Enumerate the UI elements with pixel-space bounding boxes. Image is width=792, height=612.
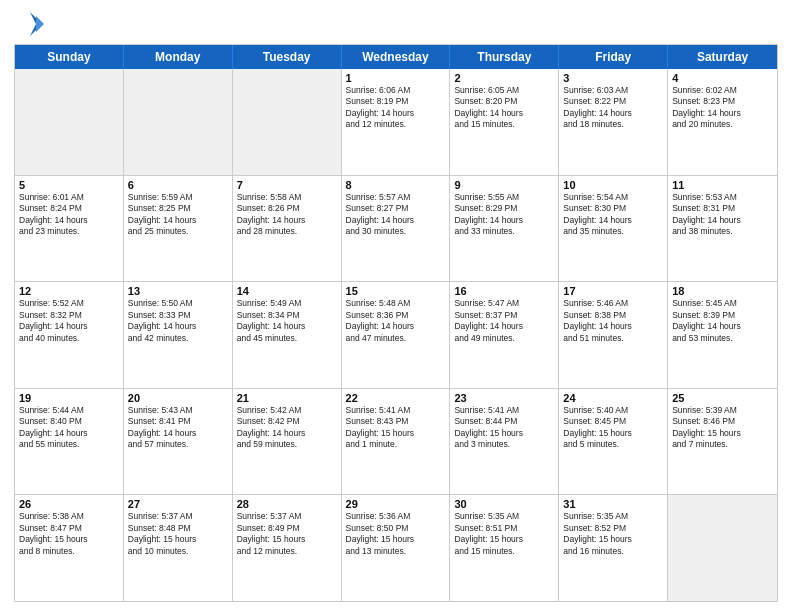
calendar-cell-day-10: 10Sunrise: 5:54 AMSunset: 8:30 PMDayligh… xyxy=(559,176,668,282)
cell-line: Sunrise: 5:37 AM xyxy=(128,511,228,522)
day-number: 25 xyxy=(672,392,773,404)
cell-line: and 51 minutes. xyxy=(563,333,663,344)
cell-line: Daylight: 15 hours xyxy=(454,428,554,439)
cell-line: and 30 minutes. xyxy=(346,226,446,237)
cell-line: Daylight: 14 hours xyxy=(563,108,663,119)
cell-line: Sunset: 8:47 PM xyxy=(19,523,119,534)
page: General Blue SundayMondayTuesdayWednesda… xyxy=(0,0,792,612)
day-number: 15 xyxy=(346,285,446,297)
cell-line: Daylight: 15 hours xyxy=(237,534,337,545)
calendar-body: 1Sunrise: 6:06 AMSunset: 8:19 PMDaylight… xyxy=(15,69,777,601)
cell-line: Sunrise: 5:41 AM xyxy=(346,405,446,416)
cell-line: and 12 minutes. xyxy=(346,119,446,130)
cell-line: Daylight: 15 hours xyxy=(672,428,773,439)
cell-line: Daylight: 14 hours xyxy=(128,321,228,332)
cell-line: and 12 minutes. xyxy=(237,546,337,557)
day-number: 2 xyxy=(454,72,554,84)
calendar-cell-day-18: 18Sunrise: 5:45 AMSunset: 8:39 PMDayligh… xyxy=(668,282,777,388)
cell-line: Sunrise: 5:50 AM xyxy=(128,298,228,309)
cell-line: Sunset: 8:51 PM xyxy=(454,523,554,534)
day-number: 18 xyxy=(672,285,773,297)
cell-line: Sunset: 8:23 PM xyxy=(672,96,773,107)
calendar-header-sunday: Sunday xyxy=(15,45,124,69)
calendar-cell-day-27: 27Sunrise: 5:37 AMSunset: 8:48 PMDayligh… xyxy=(124,495,233,601)
cell-line: Sunrise: 6:01 AM xyxy=(19,192,119,203)
cell-line: and 16 minutes. xyxy=(563,546,663,557)
day-number: 23 xyxy=(454,392,554,404)
cell-line: Sunset: 8:29 PM xyxy=(454,203,554,214)
calendar-week-4: 19Sunrise: 5:44 AMSunset: 8:40 PMDayligh… xyxy=(15,389,777,496)
cell-line: Sunset: 8:42 PM xyxy=(237,416,337,427)
calendar-cell-empty xyxy=(668,495,777,601)
cell-line: and 10 minutes. xyxy=(128,546,228,557)
cell-line: Daylight: 15 hours xyxy=(454,534,554,545)
cell-line: and 59 minutes. xyxy=(237,439,337,450)
calendar-cell-day-21: 21Sunrise: 5:42 AMSunset: 8:42 PMDayligh… xyxy=(233,389,342,495)
cell-line: Sunset: 8:27 PM xyxy=(346,203,446,214)
calendar-header-tuesday: Tuesday xyxy=(233,45,342,69)
day-number: 27 xyxy=(128,498,228,510)
calendar-week-3: 12Sunrise: 5:52 AMSunset: 8:32 PMDayligh… xyxy=(15,282,777,389)
cell-line: and 20 minutes. xyxy=(672,119,773,130)
cell-line: Sunset: 8:45 PM xyxy=(563,416,663,427)
cell-line: and 15 minutes. xyxy=(454,119,554,130)
calendar-cell-day-23: 23Sunrise: 5:41 AMSunset: 8:44 PMDayligh… xyxy=(450,389,559,495)
calendar-cell-day-17: 17Sunrise: 5:46 AMSunset: 8:38 PMDayligh… xyxy=(559,282,668,388)
day-number: 1 xyxy=(346,72,446,84)
cell-line: Sunset: 8:38 PM xyxy=(563,310,663,321)
calendar-header-wednesday: Wednesday xyxy=(342,45,451,69)
cell-line: and 8 minutes. xyxy=(19,546,119,557)
cell-line: and 28 minutes. xyxy=(237,226,337,237)
cell-line: Sunrise: 6:03 AM xyxy=(563,85,663,96)
cell-line: Sunset: 8:30 PM xyxy=(563,203,663,214)
cell-line: and 53 minutes. xyxy=(672,333,773,344)
cell-line: and 7 minutes. xyxy=(672,439,773,450)
cell-line: Sunset: 8:41 PM xyxy=(128,416,228,427)
calendar-cell-day-13: 13Sunrise: 5:50 AMSunset: 8:33 PMDayligh… xyxy=(124,282,233,388)
cell-line: Sunset: 8:20 PM xyxy=(454,96,554,107)
cell-line: Daylight: 14 hours xyxy=(454,321,554,332)
cell-line: and 40 minutes. xyxy=(19,333,119,344)
cell-line: Sunset: 8:43 PM xyxy=(346,416,446,427)
calendar-cell-day-16: 16Sunrise: 5:47 AMSunset: 8:37 PMDayligh… xyxy=(450,282,559,388)
calendar-cell-day-30: 30Sunrise: 5:35 AMSunset: 8:51 PMDayligh… xyxy=(450,495,559,601)
cell-line: Sunrise: 5:42 AM xyxy=(237,405,337,416)
calendar-header-monday: Monday xyxy=(124,45,233,69)
calendar-cell-day-9: 9Sunrise: 5:55 AMSunset: 8:29 PMDaylight… xyxy=(450,176,559,282)
calendar-cell-day-11: 11Sunrise: 5:53 AMSunset: 8:31 PMDayligh… xyxy=(668,176,777,282)
day-number: 30 xyxy=(454,498,554,510)
cell-line: Sunrise: 5:58 AM xyxy=(237,192,337,203)
calendar-cell-day-3: 3Sunrise: 6:03 AMSunset: 8:22 PMDaylight… xyxy=(559,69,668,175)
logo: General Blue xyxy=(14,10,44,38)
cell-line: Daylight: 14 hours xyxy=(672,321,773,332)
cell-line: Sunset: 8:32 PM xyxy=(19,310,119,321)
calendar-cell-day-28: 28Sunrise: 5:37 AMSunset: 8:49 PMDayligh… xyxy=(233,495,342,601)
cell-line: Daylight: 14 hours xyxy=(128,428,228,439)
calendar-week-2: 5Sunrise: 6:01 AMSunset: 8:24 PMDaylight… xyxy=(15,176,777,283)
calendar-cell-day-6: 6Sunrise: 5:59 AMSunset: 8:25 PMDaylight… xyxy=(124,176,233,282)
cell-line: Sunset: 8:34 PM xyxy=(237,310,337,321)
calendar-cell-day-4: 4Sunrise: 6:02 AMSunset: 8:23 PMDaylight… xyxy=(668,69,777,175)
calendar-cell-day-20: 20Sunrise: 5:43 AMSunset: 8:41 PMDayligh… xyxy=(124,389,233,495)
cell-line: Daylight: 14 hours xyxy=(563,215,663,226)
calendar-cell-empty xyxy=(15,69,124,175)
calendar-header-thursday: Thursday xyxy=(450,45,559,69)
day-number: 29 xyxy=(346,498,446,510)
calendar-cell-day-15: 15Sunrise: 5:48 AMSunset: 8:36 PMDayligh… xyxy=(342,282,451,388)
cell-line: Sunrise: 5:57 AM xyxy=(346,192,446,203)
cell-line: Sunset: 8:52 PM xyxy=(563,523,663,534)
day-number: 21 xyxy=(237,392,337,404)
day-number: 4 xyxy=(672,72,773,84)
cell-line: Daylight: 14 hours xyxy=(346,321,446,332)
cell-line: Sunrise: 6:02 AM xyxy=(672,85,773,96)
cell-line: Sunrise: 5:52 AM xyxy=(19,298,119,309)
cell-line: Sunset: 8:39 PM xyxy=(672,310,773,321)
cell-line: Sunrise: 5:46 AM xyxy=(563,298,663,309)
cell-line: Daylight: 15 hours xyxy=(128,534,228,545)
calendar-week-5: 26Sunrise: 5:38 AMSunset: 8:47 PMDayligh… xyxy=(15,495,777,601)
cell-line: Daylight: 15 hours xyxy=(563,428,663,439)
cell-line: Daylight: 14 hours xyxy=(454,108,554,119)
cell-line: and 1 minute. xyxy=(346,439,446,450)
cell-line: and 49 minutes. xyxy=(454,333,554,344)
cell-line: Daylight: 14 hours xyxy=(128,215,228,226)
